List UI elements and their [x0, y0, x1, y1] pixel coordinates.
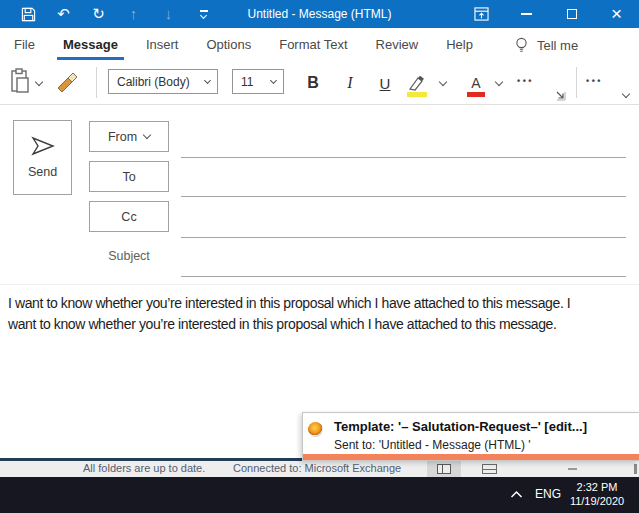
customize-quick-access-icon[interactable] [195, 0, 212, 28]
clipboard-icon [10, 68, 30, 94]
format-painter-icon [56, 72, 78, 92]
template-toast[interactable]: Template: '– Salutation-Request–' [edit.… [302, 412, 639, 461]
cc-field[interactable] [181, 237, 626, 238]
tab-help[interactable]: Help [446, 28, 473, 62]
template-title[interactable]: Template: '– Salutation-Request–' [edit.… [334, 419, 587, 434]
normal-view-icon [437, 464, 451, 474]
clock[interactable]: 2:32 PM 11/19/2020 [561, 480, 633, 508]
font-color-swatch [467, 92, 485, 97]
highlight-dropdown-icon[interactable] [439, 78, 447, 86]
cc-label: Cc [121, 210, 136, 224]
ribbon-display-options-icon[interactable] [459, 0, 504, 28]
more-commands-icon[interactable]: ••• [586, 76, 603, 86]
language-indicator[interactable]: ENG [535, 487, 561, 501]
ribbon-tabs: File Message Insert Options Format Text … [0, 28, 639, 62]
move-down-icon[interactable]: ↓ [160, 0, 177, 28]
more-font-options-icon[interactable]: ••• [517, 76, 534, 86]
normal-view-button[interactable] [427, 461, 461, 477]
outlook-message-window: ↶ ↻ ↑ ↓ Untitled - Message (HTML) × File… [0, 0, 639, 513]
subject-label: Subject [89, 249, 169, 263]
maximize-button[interactable] [549, 0, 594, 28]
from-field[interactable] [181, 157, 626, 158]
tab-review[interactable]: Review [376, 28, 419, 62]
close-button[interactable]: × [594, 0, 639, 28]
format-painter-button[interactable] [56, 72, 78, 92]
tell-me-box[interactable]: Tell me [515, 28, 578, 62]
from-label: From [108, 130, 137, 144]
clock-time: 2:32 PM [561, 480, 633, 494]
to-button[interactable]: To [89, 161, 169, 192]
windows-taskbar: ENG 2:32 PM 11/19/2020 [0, 477, 639, 513]
tab-message[interactable]: Message [63, 28, 118, 62]
reading-view-icon[interactable] [482, 464, 497, 474]
from-button[interactable]: From [89, 121, 169, 152]
tab-format-text[interactable]: Format Text [279, 28, 347, 62]
send-label: Send [28, 165, 57, 179]
undo-icon[interactable]: ↶ [55, 0, 72, 28]
tell-me-label: Tell me [537, 38, 578, 53]
font-color-dropdown-icon[interactable] [495, 78, 503, 86]
title-bar: ↶ ↻ ↑ ↓ Untitled - Message (HTML) × [0, 0, 639, 28]
lightbulb-icon [515, 37, 528, 54]
ribbon-toolbar: Calibri (Body) 11 B I U A ••• ••• [0, 62, 639, 105]
send-plane-icon [31, 136, 55, 156]
tab-insert[interactable]: Insert [146, 28, 179, 62]
dialog-launcher-icon[interactable] [556, 91, 566, 101]
message-body-editor[interactable]: I want to know whether you’re interested… [8, 293, 637, 335]
connection-status: Connected to: Microsoft Exchange [233, 462, 401, 474]
font-color-button[interactable]: A [464, 69, 488, 97]
ribbon-separator [96, 67, 97, 98]
chevron-down-icon [143, 131, 151, 139]
save-icon[interactable] [20, 0, 37, 28]
body-text-line: I want to know whether you’re interested… [8, 293, 637, 314]
ribbon-separator [576, 67, 577, 98]
minimize-button[interactable] [504, 0, 549, 28]
template-accent-bar [303, 454, 639, 460]
template-sent-to: Sent to: 'Untitled - Message (HTML) ' [334, 438, 531, 452]
highlighter-icon [408, 75, 426, 91]
tray-expand-icon[interactable] [510, 490, 523, 499]
bold-button[interactable]: B [301, 70, 325, 96]
cc-button[interactable]: Cc [89, 201, 169, 232]
font-color-letter: A [471, 76, 480, 91]
template-orb-icon [308, 422, 323, 437]
font-size-select[interactable]: 11 [232, 69, 284, 94]
folders-status: All folders are up to date. [83, 462, 205, 474]
chevron-down-icon [270, 76, 277, 83]
to-label: To [122, 170, 135, 184]
underline-button[interactable]: U [373, 70, 397, 96]
highlight-color-button[interactable] [405, 69, 429, 97]
quick-access-toolbar: ↶ ↻ ↑ ↓ [20, 0, 212, 28]
font-name-select[interactable]: Calibri (Body) [108, 69, 218, 94]
tab-file[interactable]: File [14, 28, 35, 62]
zoom-slider-thumb[interactable] [634, 464, 637, 474]
to-field[interactable] [181, 196, 626, 197]
status-bar: All folders are up to date. Connected to… [0, 461, 639, 477]
font-size-value: 11 [241, 75, 265, 89]
zoom-slider[interactable] [568, 468, 577, 470]
header-body-divider [0, 284, 639, 285]
send-button[interactable]: Send [13, 120, 72, 195]
window-controls: × [459, 0, 639, 28]
paste-dropdown-icon[interactable] [35, 78, 43, 86]
chevron-down-icon [204, 76, 211, 83]
collapse-ribbon-icon[interactable] [622, 90, 630, 98]
tab-options[interactable]: Options [206, 28, 251, 62]
highlight-color-swatch [407, 92, 427, 97]
body-text-line: want to know whether you’re interested i… [8, 314, 637, 335]
redo-icon[interactable]: ↻ [90, 0, 107, 28]
move-up-icon[interactable]: ↑ [125, 0, 142, 28]
paste-button[interactable] [10, 68, 30, 94]
message-header: Send From To Cc Subject [0, 105, 639, 285]
clock-date: 11/19/2020 [561, 494, 633, 508]
font-name-value: Calibri (Body) [117, 75, 199, 89]
subject-field[interactable] [181, 276, 626, 277]
italic-button[interactable]: I [338, 70, 362, 96]
